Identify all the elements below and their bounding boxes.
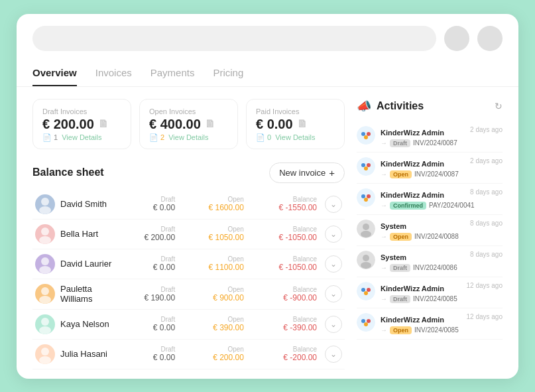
new-invoice-button[interactable]: New invoice + bbox=[269, 163, 345, 183]
draft-view-details[interactable]: View Details bbox=[62, 133, 101, 141]
tab-invoices[interactable]: Invoices bbox=[95, 62, 132, 86]
col-draft-value: € 0.00 bbox=[121, 323, 175, 332]
col-open-value: € 1100.00 bbox=[183, 263, 244, 272]
col-balance-value: € -1050.00 bbox=[252, 233, 317, 242]
activity-list: KinderWizz Admin 2 days ago → Draft INV/… bbox=[357, 121, 503, 340]
search-bar[interactable] bbox=[32, 26, 436, 51]
table-row: Bella Hart Draft € 200.00 Open € 1050.00… bbox=[32, 219, 345, 249]
paid-doc-icon: 🗎 bbox=[297, 118, 308, 130]
person-name: Bella Hart bbox=[60, 229, 98, 239]
draft-doc-icon: 🗎 bbox=[98, 118, 109, 130]
col-balance-label: Balance bbox=[252, 226, 317, 233]
activity-invoice: INV/2024/0085 bbox=[413, 295, 457, 302]
open-view-details[interactable]: View Details bbox=[168, 133, 208, 141]
svg-point-19 bbox=[364, 166, 368, 170]
activity-time: 12 days ago bbox=[467, 282, 503, 289]
col-draft-value: € 0.00 bbox=[121, 353, 175, 362]
activity-user: KinderWizz Admin bbox=[381, 285, 444, 293]
draft-count: 📄 1 bbox=[42, 133, 58, 142]
person-cell: Bella Hart bbox=[35, 224, 116, 244]
svg-point-25 bbox=[363, 224, 369, 230]
activity-detail: → Open INV/2024/0088 bbox=[381, 233, 503, 241]
avatar bbox=[35, 314, 55, 334]
open-label: Open Invoices bbox=[149, 107, 228, 115]
expand-row-button[interactable]: ⌄ bbox=[325, 196, 342, 213]
col-draft-label: Draft bbox=[121, 316, 175, 323]
activity-user: System bbox=[381, 222, 406, 230]
open-footer: 📄 2 View Details bbox=[149, 133, 228, 142]
person-cell: Kaya Nelson bbox=[35, 314, 116, 334]
left-panel: Draft Invoices € 200.00 🗎 📄 1 View Detai… bbox=[32, 99, 345, 369]
activity-invoice: PAY/2024/0041 bbox=[429, 202, 475, 209]
expand-row-button[interactable]: ⌄ bbox=[325, 285, 342, 302]
activity-time: 8 days ago bbox=[470, 188, 503, 196]
activity-user: KinderWizz Admin bbox=[381, 191, 444, 199]
open-doc-icon: 🗎 bbox=[205, 118, 215, 130]
col-open-label: Open bbox=[183, 255, 244, 263]
col-draft-label: Draft bbox=[121, 196, 175, 203]
expand-row-button[interactable]: ⌄ bbox=[325, 316, 342, 333]
arrow-icon: → bbox=[381, 264, 387, 271]
refresh-button[interactable]: ↻ bbox=[495, 101, 503, 111]
col-draft-label: Draft bbox=[121, 255, 175, 263]
avatar bbox=[35, 224, 55, 244]
svg-point-22 bbox=[367, 194, 371, 198]
svg-point-37 bbox=[364, 322, 368, 326]
svg-point-17 bbox=[361, 163, 365, 167]
main-content: Draft Invoices € 200.00 🗎 📄 1 View Detai… bbox=[17, 87, 518, 369]
svg-point-21 bbox=[361, 194, 365, 198]
activity-content: System 8 days ago → Draft INV/2024/0086 bbox=[381, 251, 503, 272]
activity-detail: → Confirmed PAY/2024/0041 bbox=[381, 202, 503, 210]
tab-pricing[interactable]: Pricing bbox=[213, 62, 243, 86]
user-avatar[interactable] bbox=[444, 26, 469, 51]
activity-user: KinderWizz Admin bbox=[381, 160, 444, 168]
col-balance-value: € -900.00 bbox=[252, 293, 317, 302]
col-draft-value: € 0.00 bbox=[121, 203, 175, 212]
tab-overview[interactable]: Overview bbox=[32, 62, 77, 86]
activity-invoice: INV/2024/0086 bbox=[413, 264, 457, 271]
activity-item: KinderWizz Admin 12 days ago → Open INV/… bbox=[357, 308, 503, 340]
svg-point-10 bbox=[41, 348, 49, 356]
activity-badge: Open bbox=[390, 170, 412, 178]
summary-cards: Draft Invoices € 200.00 🗎 📄 1 View Detai… bbox=[32, 99, 345, 149]
activity-avatar bbox=[357, 313, 375, 332]
col-draft-label: Draft bbox=[121, 286, 175, 293]
col-balance-label: Balance bbox=[252, 346, 317, 353]
activity-invoice: INV/2024/0087 bbox=[414, 170, 459, 178]
activity-badge: Open bbox=[390, 233, 412, 241]
col-balance-value: € -200.00 bbox=[252, 353, 317, 362]
svg-point-32 bbox=[367, 288, 371, 292]
balance-table: David Smith Draft € 0.00 Open € 1600.00 … bbox=[32, 190, 345, 369]
paid-count: 📄 0 bbox=[256, 133, 271, 142]
svg-point-31 bbox=[361, 288, 365, 292]
col-open-value: € 1600.00 bbox=[183, 203, 244, 212]
main-window: Overview Invoices Payments Pricing Draft… bbox=[17, 14, 518, 379]
paid-view-details[interactable]: View Details bbox=[275, 133, 315, 141]
col-open-value: € 900.00 bbox=[183, 293, 244, 302]
svg-point-3 bbox=[39, 236, 51, 244]
expand-row-button[interactable]: ⌄ bbox=[325, 226, 342, 243]
expand-row-button[interactable]: ⌄ bbox=[325, 346, 342, 363]
activity-detail: → Open INV/2024/0087 bbox=[381, 170, 503, 178]
activity-invoice: INV/2024/0088 bbox=[414, 233, 459, 240]
col-balance-label: Balance bbox=[252, 316, 317, 323]
person-cell: David Laurier bbox=[35, 254, 116, 274]
draft-amount: € 200.00 🗎 bbox=[42, 117, 121, 132]
avatar bbox=[35, 344, 55, 364]
col-open-label: Open bbox=[183, 316, 244, 323]
svg-point-8 bbox=[41, 318, 49, 326]
col-balance-value: € -1050.00 bbox=[252, 263, 317, 272]
col-open-value: € 1050.00 bbox=[183, 233, 244, 242]
paid-amount: € 0.00 🗎 bbox=[256, 117, 335, 132]
tab-payments[interactable]: Payments bbox=[150, 62, 195, 86]
col-draft-label: Draft bbox=[121, 346, 175, 353]
col-balance-value: € -390.00 bbox=[252, 323, 317, 332]
activity-content: KinderWizz Admin 2 days ago → Draft INV/… bbox=[381, 126, 503, 147]
activity-time: 8 days ago bbox=[470, 251, 503, 258]
activity-badge: Draft bbox=[390, 139, 410, 147]
expand-row-button[interactable]: ⌄ bbox=[325, 255, 342, 273]
svg-point-29 bbox=[361, 262, 371, 269]
notification-icon[interactable] bbox=[477, 26, 503, 51]
table-row: Julia Hasani Draft € 0.00 Open € 200.00 … bbox=[32, 339, 345, 369]
activity-time: 2 days ago bbox=[470, 126, 503, 133]
